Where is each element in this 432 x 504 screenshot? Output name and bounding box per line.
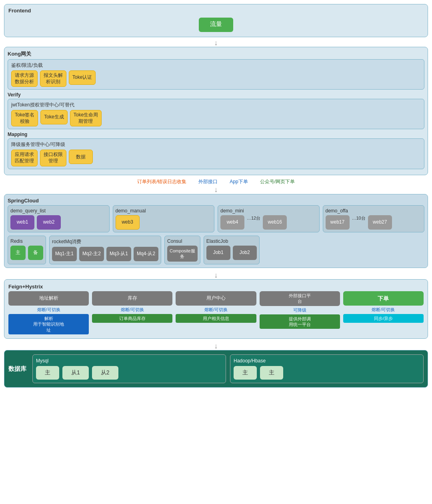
db-label: 数据库 <box>8 365 28 373</box>
chip-data: 数据 <box>69 150 93 164</box>
mysql-label: Mysql <box>36 358 222 364</box>
addr-sublabel: 熔断/可切换 <box>37 307 60 313</box>
jwt-label: jwtToken授权管理中心/可替代 <box>11 102 421 108</box>
ellipsis-12: …12台 <box>247 215 260 221</box>
mapping-chips: 应用请求匹配管理 接口权限管理 数据 <box>11 150 421 166</box>
ellipsis-10: …10台 <box>352 215 366 221</box>
consul-box: Consul Composite服务 <box>164 236 200 265</box>
chip-toke-lifecycle: Toke生命周期管理 <box>70 110 102 126</box>
mapping-box: 降级服务管理中心/可降级 应用请求匹配管理 接口权限管理 数据 <box>8 138 424 169</box>
demo-offa-label: demo_offa <box>326 208 422 214</box>
chip-header-parse: 报文头解析识别 <box>40 70 66 87</box>
chip-composite: Composite服务 <box>167 246 198 262</box>
desc-api: 提供外部调用统一平台 <box>260 314 340 329</box>
order-sublabel: 熔断/可切换 <box>372 307 395 313</box>
hbase-label: Hadoop/Hbase <box>234 358 420 364</box>
chip-toke-gen: Toke生成 <box>40 110 67 124</box>
redis-chips: 主 备 <box>10 246 43 260</box>
feign-cols: 地址解析 熔断/可切换 解析用于智能识别地址 库存 熔断/可切换 订单商品库存 … <box>8 291 424 334</box>
hbase-box: Hadoop/Hbase 主 主 <box>230 354 424 383</box>
feign-col-user: 用户中心 熔断/可切换 用户相关信息 <box>176 291 256 323</box>
mapping-label: Mapping <box>8 132 424 137</box>
chip-web2: web2 <box>37 215 61 230</box>
demo-manual-chips: web3 <box>116 215 212 230</box>
chip-job2: Job2 <box>233 246 257 260</box>
demo-manual-label: demo_manual <box>116 208 212 214</box>
desc-user: 用户相关信息 <box>176 314 256 323</box>
chip-stock: 库存 <box>92 291 172 306</box>
chip-web1: web1 <box>10 215 34 230</box>
chip-hbase-main1: 主 <box>234 366 257 380</box>
chip-mq2: Mq2-主2 <box>79 247 104 261</box>
chip-redis-main: 主 <box>10 246 26 260</box>
springcloud-section: SpringCloud demo_query_list web1 web2 de… <box>4 194 428 268</box>
chip-toke-sign: Toke签名校验 <box>11 110 38 126</box>
frontend-label: Frontend <box>8 8 424 14</box>
chip-redis-backup: 备 <box>28 246 43 260</box>
demo-mini-box: demo_mini web4 …12台 web16 <box>218 205 320 232</box>
demo-offa-chips: web17 …10台 web27 <box>326 215 422 230</box>
chip-source-analysis: 请求方源数据分析 <box>11 70 38 87</box>
flow-button[interactable]: 流量 <box>199 18 233 32</box>
elasticjob-box: ElasticJob Job1 Job2 <box>204 236 260 265</box>
feign-col-stock: 库存 熔断/可切换 订单商品库存 <box>92 291 172 323</box>
desc-stock: 订单商品库存 <box>92 314 172 323</box>
frontend-section: Frontend 流量 <box>4 4 428 37</box>
feign-col-api: 外部接口平台 可降级 提供外部调用统一平台 <box>260 291 340 329</box>
mysql-box: Mysql 主 从1 从2 <box>32 354 226 383</box>
redis-label: Redis <box>10 238 43 244</box>
rocketmq-box: rocketMq消费 Mq1-主1 Mq2-主2 Mq3-从1 Mq4-从2 <box>49 236 161 265</box>
chip-mq1: Mq1-主1 <box>52 247 77 261</box>
link-web-order: 公众号/网页下单 <box>260 178 295 185</box>
chip-mysql-slave1: 从1 <box>62 366 89 380</box>
arrow-1: ↓ <box>4 39 428 47</box>
desc-order: 同步/异步 <box>343 314 424 323</box>
chip-api: 外部接口平台 <box>260 291 340 306</box>
demo-boxes-row: demo_query_list web1 web2 demo_manual we… <box>8 205 424 232</box>
rocketmq-label: rocketMq消费 <box>52 238 158 245</box>
chip-mq3: Mq3-从1 <box>106 247 131 261</box>
link-external: 外部接口 <box>198 178 218 185</box>
chip-web27: web27 <box>368 215 392 230</box>
kong-auth-label: 鉴权/限流/负载 <box>11 62 421 69</box>
link-labels-row: 订单列表/错误日志收集 外部接口 App下单 公众号/网页下单 <box>4 178 428 185</box>
redis-box: Redis 主 备 <box>8 236 46 265</box>
arrow-4: ↓ <box>4 342 428 350</box>
link-order: 订单列表/错误日志收集 <box>137 178 186 185</box>
verify-box: jwtToken授权管理中心/可替代 Toke签名校验 Toke生成 Toke生… <box>8 99 424 129</box>
chip-web4: web4 <box>220 215 244 230</box>
chip-user: 用户中心 <box>176 291 256 306</box>
kong-auth-chips: 请求方源数据分析 报文头解析识别 Toke认证 <box>11 70 421 87</box>
feign-col-addr: 地址解析 熔断/可切换 解析用于智能识别地址 <box>8 291 89 334</box>
chip-mysql-main: 主 <box>36 366 59 380</box>
chip-app-match: 应用请求匹配管理 <box>11 150 38 166</box>
database-section: 数据库 Mysql 主 从1 从2 Hadoop/Hbase 主 主 <box>4 350 428 388</box>
rocketmq-chips: Mq1-主1 Mq2-主2 Mq3-从1 Mq4-从2 <box>52 247 158 261</box>
demo-query-label: demo_query_list <box>10 208 107 214</box>
demo-query-chips: web1 web2 <box>10 215 107 230</box>
desc-addr: 解析用于智能识别地址 <box>8 314 89 334</box>
chip-mysql-slave2: 从2 <box>92 366 118 380</box>
chip-addr: 地址解析 <box>8 291 89 306</box>
elasticjob-label: ElasticJob <box>206 238 257 244</box>
jwt-chips: Toke签名校验 Toke生成 Toke生命周期管理 <box>11 110 421 126</box>
demo-offa-box: demo_offa web17 …10台 web27 <box>323 205 425 232</box>
chip-order: 下单 <box>343 291 424 306</box>
demo-query-box: demo_query_list web1 web2 <box>8 205 110 232</box>
feign-section: Feign+Hystrix 地址解析 熔断/可切换 解析用于智能识别地址 库存 … <box>4 279 428 339</box>
chip-mq4: Mq4-从2 <box>134 247 158 261</box>
link-app-order: App下单 <box>230 178 248 185</box>
chip-hbase-main2: 主 <box>260 366 283 380</box>
chip-web3: web3 <box>116 215 140 230</box>
consul-label: Consul <box>167 238 198 244</box>
elasticjob-chips: Job1 Job2 <box>206 246 257 260</box>
demo-mini-label: demo_mini <box>220 208 317 214</box>
mapping-desc: 降级服务管理中心/可降级 <box>11 141 421 148</box>
stock-sublabel: 熔断/可切换 <box>121 307 144 313</box>
chip-job1: Job1 <box>206 246 230 260</box>
arrow-2: ↓ <box>4 186 428 194</box>
chip-toke-auth: Toke认证 <box>69 70 96 85</box>
demo-manual-box: demo_manual web3 <box>113 205 215 232</box>
feign-label: Feign+Hystrix <box>8 284 424 290</box>
chip-api-perm: 接口权限管理 <box>40 150 66 166</box>
